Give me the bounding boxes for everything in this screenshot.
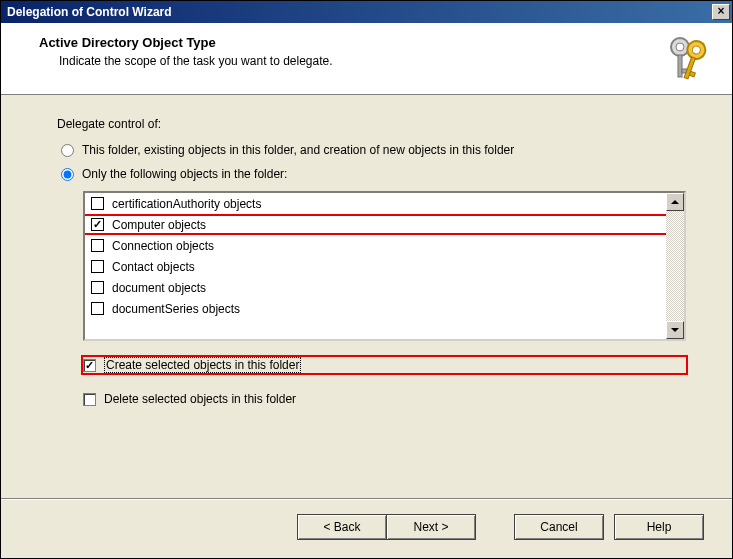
delegate-label: Delegate control of:: [57, 117, 686, 131]
list-item-checkbox[interactable]: [91, 281, 104, 294]
nav-button-group: < Back Next >: [297, 514, 476, 540]
cancel-button[interactable]: Cancel: [514, 514, 604, 540]
radio-all-input[interactable]: [61, 144, 74, 157]
list-item-checkbox[interactable]: [91, 260, 104, 273]
list-item-label: Contact objects: [112, 260, 195, 274]
page-title: Active Directory Object Type: [39, 35, 714, 50]
radio-only-objects[interactable]: Only the following objects in the folder…: [61, 167, 686, 181]
radio-all-label: This folder, existing objects in this fo…: [82, 143, 514, 157]
radio-all-folder[interactable]: This folder, existing objects in this fo…: [61, 143, 686, 157]
object-types-listbox[interactable]: certificationAuthority objectsComputer o…: [83, 191, 686, 341]
svg-point-1: [676, 43, 684, 51]
list-item[interactable]: Connection objects: [85, 235, 666, 256]
list-item-checkbox[interactable]: [91, 218, 104, 231]
scroll-track[interactable]: [666, 211, 684, 321]
scroll-up-button[interactable]: [666, 193, 684, 211]
list-item-label: certificationAuthority objects: [112, 197, 261, 211]
create-label: Create selected objects in this folder: [104, 357, 301, 373]
create-checkbox[interactable]: [83, 359, 96, 372]
arrow-up-icon: [671, 200, 679, 204]
radio-only-label: Only the following objects in the folder…: [82, 167, 287, 181]
delete-label: Delete selected objects in this folder: [104, 392, 296, 406]
wizard-footer: < Back Next > Cancel Help: [1, 499, 732, 558]
list-item[interactable]: certificationAuthority objects: [85, 193, 666, 214]
scroll-down-button[interactable]: [666, 321, 684, 339]
wizard-header: Active Directory Object Type Indicate th…: [1, 23, 732, 95]
keys-icon: [662, 33, 714, 87]
list-items: certificationAuthority objectsComputer o…: [85, 193, 666, 339]
radio-only-input[interactable]: [61, 168, 74, 181]
list-item[interactable]: Contact objects: [85, 256, 666, 277]
list-item-checkbox[interactable]: [91, 239, 104, 252]
list-item-label: documentSeries objects: [112, 302, 240, 316]
delete-objects-checkbox-row[interactable]: Delete selected objects in this folder: [83, 389, 686, 409]
create-objects-checkbox-row[interactable]: Create selected objects in this folder: [83, 355, 686, 375]
list-item-checkbox[interactable]: [91, 302, 104, 315]
help-button[interactable]: Help: [614, 514, 704, 540]
titlebar: Delegation of Control Wizard ×: [1, 1, 732, 23]
page-subtitle: Indicate the scope of the task you want …: [59, 54, 714, 68]
svg-rect-2: [678, 55, 682, 77]
back-button[interactable]: < Back: [297, 514, 387, 540]
list-item-label: Connection objects: [112, 239, 214, 253]
delete-checkbox[interactable]: [83, 393, 96, 406]
wizard-window: Delegation of Control Wizard × Active Di…: [0, 0, 733, 559]
next-button[interactable]: Next >: [386, 514, 476, 540]
list-item-label: Computer objects: [112, 218, 206, 232]
svg-rect-7: [689, 71, 695, 76]
list-item[interactable]: document objects: [85, 277, 666, 298]
list-item[interactable]: Computer objects: [85, 214, 666, 235]
wizard-content: Delegate control of: This folder, existi…: [1, 95, 732, 499]
arrow-down-icon: [671, 328, 679, 332]
list-item-checkbox[interactable]: [91, 197, 104, 210]
window-title: Delegation of Control Wizard: [7, 5, 172, 19]
object-types-listbox-wrap: certificationAuthority objectsComputer o…: [83, 191, 686, 341]
close-button[interactable]: ×: [712, 4, 730, 20]
list-item-label: document objects: [112, 281, 206, 295]
list-item[interactable]: documentSeries objects: [85, 298, 666, 319]
scrollbar[interactable]: [666, 193, 684, 339]
